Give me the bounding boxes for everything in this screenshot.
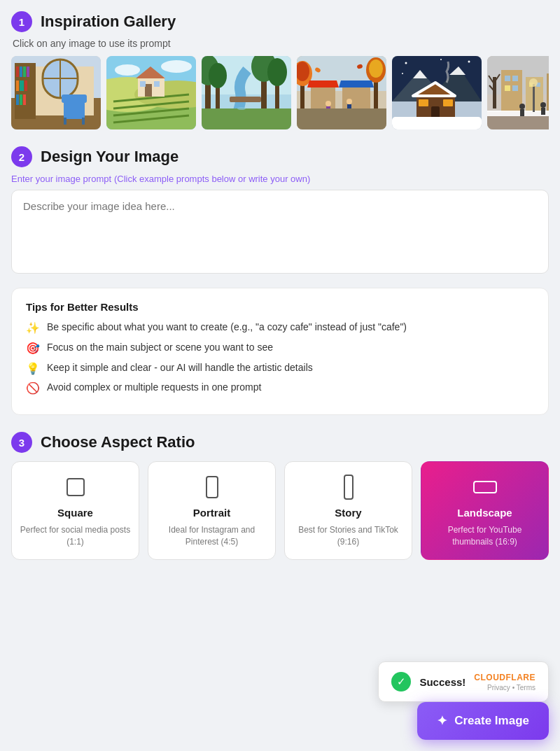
tip-text-3: Keep it simple and clear - our AI will h…: [47, 362, 313, 373]
svg-rect-101: [512, 85, 518, 91]
svg-point-42: [209, 63, 227, 88]
prompt-textarea[interactable]: [11, 190, 549, 274]
ratio-desc-portrait: Ideal for Instagram and Pinterest (4:5): [154, 524, 270, 548]
success-check-icon: ✓: [391, 672, 411, 692]
svg-point-83: [440, 59, 442, 60]
tip-text-1: Be specific about what you want to creat…: [47, 321, 407, 332]
svg-point-84: [402, 73, 403, 74]
design-section: 2 Design Your Image Enter your image pro…: [11, 146, 549, 276]
section2-title: Design Your Image: [41, 148, 178, 166]
tip-item-3: 💡 Keep it simple and clear - our AI will…: [26, 362, 534, 377]
tip-text-2: Focus on the main subject or scene you w…: [47, 342, 273, 353]
ratio-name-square: Square: [57, 507, 93, 519]
svg-rect-114: [67, 479, 84, 496]
ratio-grid: Square Perfect for social media posts (1…: [11, 461, 549, 560]
svg-rect-8: [16, 80, 19, 91]
svg-rect-115: [206, 477, 218, 498]
svg-rect-4: [16, 66, 19, 77]
step3-badge: 3: [11, 432, 32, 453]
svg-point-36: [161, 60, 192, 73]
svg-rect-18: [64, 101, 85, 119]
svg-rect-60: [342, 87, 370, 108]
svg-point-113: [529, 78, 538, 87]
tip-emoji-4: 🚫: [26, 381, 40, 396]
svg-rect-9: [20, 80, 24, 91]
ratio-name-story: Story: [335, 507, 361, 519]
svg-rect-32: [145, 84, 152, 97]
ratio-desc-landscape: Perfect for YouTube thumbnails (16:9): [427, 524, 542, 548]
svg-marker-59: [307, 80, 339, 87]
svg-rect-6: [23, 66, 26, 77]
wand-icon: ✦: [437, 713, 447, 729]
svg-rect-116: [344, 475, 353, 499]
svg-rect-111: [541, 108, 545, 115]
svg-rect-68: [297, 108, 386, 129]
svg-rect-80: [443, 99, 453, 106]
svg-rect-5: [20, 66, 22, 77]
section3-title: Choose Aspect Ratio: [41, 433, 195, 451]
cloudflare-logo: CLOUDFLARE Privacy • Terms: [474, 673, 536, 692]
gallery-item-vineyard[interactable]: [106, 56, 196, 129]
svg-rect-107: [487, 111, 549, 116]
svg-rect-13: [23, 94, 26, 105]
ratio-card-square[interactable]: Square Perfect for social media posts (1…: [11, 461, 139, 560]
svg-rect-58: [311, 87, 335, 108]
success-toast: ✓ Success! CLOUDFLARE Privacy • Terms: [378, 661, 549, 702]
svg-rect-7: [27, 66, 29, 77]
gallery-item-stream[interactable]: [202, 56, 291, 129]
svg-point-35: [115, 64, 140, 76]
section2-header: 2 Design Your Image: [11, 146, 549, 167]
tip-item-4: 🚫 Avoid complex or multiple requests in …: [26, 381, 534, 396]
tip-item-2: 🎯 Focus on the main subject or scene you…: [26, 342, 534, 356]
svg-rect-47: [202, 108, 291, 129]
svg-rect-34: [154, 81, 160, 87]
tips-box: Tips for Better Results ✨ Be specific ab…: [11, 288, 549, 415]
svg-rect-117: [474, 482, 496, 493]
svg-rect-48: [230, 97, 261, 102]
tip-emoji-1: ✨: [26, 321, 40, 336]
tip-text-4: Avoid complex or multiple requests in on…: [47, 381, 261, 393]
ratio-card-portrait[interactable]: Portrait Ideal for Instagram and Pintere…: [148, 461, 276, 560]
gallery-item-snow-cabin[interactable]: [392, 56, 482, 129]
aspect-ratio-section: 3 Choose Aspect Ratio Square Perfect for…: [11, 432, 549, 560]
create-button-label: Create Image: [454, 714, 529, 728]
svg-rect-97: [547, 73, 549, 112]
svg-rect-12: [20, 94, 22, 105]
inspiration-gallery-section: 1 Inspiration Gallery Click on any image…: [11, 11, 549, 129]
ratio-card-story[interactable]: Story Best for Stories and TikTok (9:16): [284, 461, 412, 560]
tip-emoji-3: 💡: [26, 362, 40, 377]
svg-rect-95: [501, 70, 522, 112]
ratio-name-portrait: Portrait: [193, 507, 230, 519]
portrait-icon: [198, 473, 226, 501]
tip-item-1: ✨ Be specific about what you want to cre…: [26, 321, 534, 336]
create-image-button[interactable]: ✦ Create Image: [417, 702, 549, 740]
svg-rect-109: [520, 109, 524, 116]
svg-point-108: [519, 104, 525, 109]
cloudflare-brand: CLOUDFLARE: [474, 673, 536, 682]
svg-rect-19: [62, 94, 87, 103]
svg-rect-98: [505, 76, 510, 81]
svg-rect-85: [392, 117, 482, 129]
svg-rect-100: [505, 85, 510, 91]
page-container: 1 Inspiration Gallery Click on any image…: [0, 0, 560, 647]
gallery-item-autumn-market[interactable]: [297, 56, 386, 129]
svg-rect-79: [419, 99, 428, 106]
svg-rect-33: [140, 81, 146, 87]
svg-point-82: [468, 61, 470, 63]
svg-marker-61: [339, 80, 374, 87]
step1-badge: 1: [11, 11, 32, 32]
tips-title: Tips for Better Results: [26, 301, 534, 313]
tip-emoji-2: 🎯: [26, 342, 40, 356]
svg-point-110: [540, 102, 546, 108]
success-text: Success!: [419, 676, 465, 688]
section1-title: Inspiration Gallery: [41, 13, 176, 31]
gallery-item-winter-street[interactable]: [487, 56, 549, 129]
gallery-grid: [11, 56, 549, 129]
ratio-card-landscape[interactable]: Landscape Perfect for YouTube thumbnails…: [421, 461, 549, 560]
gallery-subtitle: Click on any image to use its prompt: [13, 38, 549, 49]
section3-header: 3 Choose Aspect Ratio: [11, 432, 549, 453]
cloudflare-links: Privacy • Terms: [487, 684, 536, 692]
gallery-item-cozy-library[interactable]: [11, 56, 101, 129]
ratio-desc-story: Best for Stories and TikTok (9:16): [290, 524, 406, 548]
svg-rect-11: [16, 94, 19, 105]
